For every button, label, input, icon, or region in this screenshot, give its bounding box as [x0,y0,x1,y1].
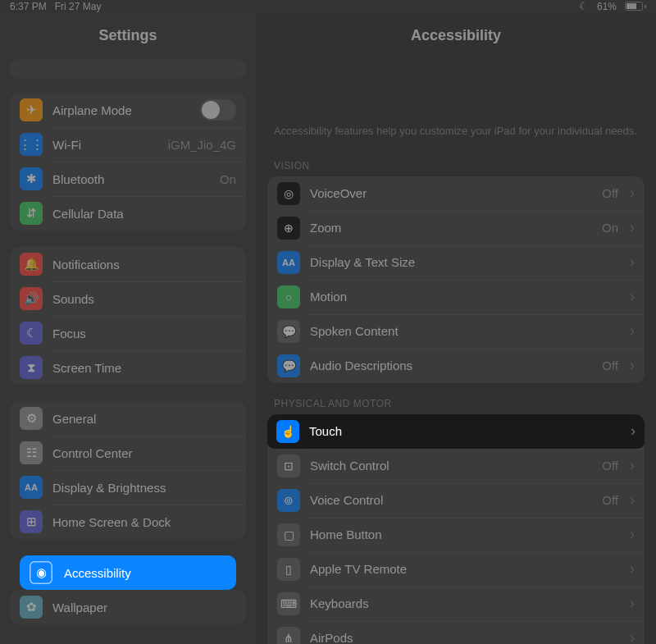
sidebar-item-label: Home Screen & Dock [52,515,236,529]
keyboard-icon: ⌨ [277,592,300,615]
detail-item-voice-control[interactable]: ⊚Voice ControlOff› [267,483,645,518]
sidebar-item-label: Notifications [52,258,236,272]
detail-item-apple-tv-remote[interactable]: ▯Apple TV Remote› [267,552,645,587]
chevron-right-icon: › [630,357,635,374]
chevron-right-icon: › [630,185,635,202]
detail-description: Accessibility features help you customiz… [267,59,645,145]
sidebar-item-label: Accessibility [64,566,226,580]
sidebar-item-airplane-mode[interactable]: ✈Airplane Mode [10,93,246,127]
sidebar-item-accessibility[interactable]: ◉Accessibility [20,555,236,590]
sidebar-item-sounds[interactable]: 🔊Sounds [10,281,246,316]
bubble-icon: 💬 [277,320,300,343]
chevron-right-icon: › [630,219,635,236]
touch-icon: ☝ [276,420,299,443]
sidebar-item-focus[interactable]: ☾Focus [10,316,246,350]
sidebar-item-label: Bluetooth [52,172,210,186]
sidebar-item-wallpaper[interactable]: ✿Wallpaper [10,590,246,624]
detail-item-voiceover[interactable]: ◎VoiceOverOff› [267,176,645,211]
speaker-icon: 🔊 [20,287,43,310]
detail-item-label: Display & Text Size [310,255,618,269]
bluetooth-icon: ✱ [20,167,43,190]
sidebar-item-value: On [220,172,236,186]
sidebar-title: Settings [0,12,256,59]
sidebar-item-label: Focus [52,327,236,340]
detail-item-value: On [602,221,618,235]
sidebar-item-label: General [52,412,236,426]
detail-item-touch[interactable]: ☝Touch› [267,414,645,449]
sidebar-item-home-screen-dock[interactable]: ⊞Home Screen & Dock [10,505,246,539]
detail-item-spoken-content[interactable]: 💬Spoken Content› [267,314,645,349]
sidebar-item-label: Sounds [52,292,236,306]
bubble2-icon: 💬 [277,354,300,377]
accessibility-icon: ◉ [30,561,52,584]
detail-item-label: Audio Descriptions [310,359,592,372]
chevron-right-icon: › [630,491,635,509]
detail-item-keyboards[interactable]: ⌨Keyboards› [267,587,645,621]
detail-item-motion[interactable]: ○Motion› [267,280,645,314]
wifi-icon: ⋮⋮ [20,133,43,156]
detail-item-switch-control[interactable]: ⊡Switch ControlOff› [267,449,645,483]
battery-percent: 61% [597,1,617,12]
sidebar-item-label: Airplane Mode [52,103,190,117]
sidebar-item-screen-time[interactable]: ⧗Screen Time [10,350,246,385]
sidebar-item-label: Cellular Data [52,207,236,221]
detail-item-airpods[interactable]: ⋔AirPods› [267,621,645,644]
section-header-physical-and-motor: PHYSICAL AND MOTOR [267,383,645,414]
status-date: Fri 27 May [55,1,102,12]
chevron-right-icon: › [630,457,635,474]
chevron-right-icon: › [630,595,635,612]
status-time: 6:37 PM [10,1,47,12]
bell-icon: 🔔 [20,253,43,276]
sidebar-item-notifications[interactable]: 🔔Notifications [10,247,246,281]
motion-icon: ○ [277,285,300,308]
detail-item-label: Voice Control [310,493,592,507]
sidebar-item-bluetooth[interactable]: ✱BluetoothOn [10,162,246,196]
chevron-right-icon: › [630,322,635,340]
chevron-right-icon: › [630,288,635,305]
aa-icon: AA [20,476,43,499]
detail-item-display-text-size[interactable]: AADisplay & Text Size› [267,245,645,280]
voice-icon: ⊚ [277,489,300,512]
sidebar-item-cellular-data[interactable]: ⇵Cellular Data [10,196,246,231]
sidebar-item-label: Display & Brightness [52,481,236,495]
moon-icon: ☾ [20,322,43,345]
sidebar-item-general[interactable]: ⚙General [10,401,246,436]
section-header-vision: VISION [267,145,645,176]
sidebar-item-display-brightness[interactable]: AADisplay & Brightness [10,470,246,505]
sidebar-item-control-center[interactable]: ☷Control Center [10,436,246,470]
chevron-right-icon: › [631,422,636,440]
zoom-icon: ⊕ [277,217,300,240]
detail-item-audio-descriptions[interactable]: 💬Audio DescriptionsOff› [267,349,645,383]
detail-item-label: Zoom [310,221,592,235]
detail-item-label: Keyboards [310,596,618,610]
sidebar-item-label: Screen Time [52,361,236,375]
detail-panel: Accessibility Accessibility features hel… [256,12,656,644]
detail-item-zoom[interactable]: ⊕ZoomOn› [267,211,645,245]
homebtn-icon: ▢ [277,523,300,546]
voiceover-icon: ◎ [277,182,300,205]
detail-item-label: Spoken Content [310,324,618,338]
chevron-right-icon: › [630,629,635,644]
detail-item-value: Off [602,186,618,200]
grid-icon: ⊞ [20,510,43,533]
airplane-icon: ✈ [20,98,43,121]
airplane-mode-toggle[interactable] [200,99,236,121]
detail-item-value: Off [602,459,618,473]
switch-icon: ⊡ [277,454,300,477]
detail-item-label: Home Button [310,528,618,541]
detail-item-home-button[interactable]: ▢Home Button› [267,518,645,552]
profile-card[interactable] [10,59,246,79]
cellular-icon: ⇵ [20,202,43,225]
detail-item-label: Switch Control [310,459,592,473]
detail-item-label: Apple TV Remote [310,562,618,576]
battery-icon [625,2,646,11]
sidebar-item-label: Wi-Fi [52,138,158,152]
detail-item-label: VoiceOver [310,186,592,200]
switches-icon: ☷ [20,441,43,464]
detail-item-value: Off [602,359,618,372]
gear-icon: ⚙ [20,407,43,430]
sidebar-item-wi-fi[interactable]: ⋮⋮Wi-FiiGM_Jio_4G [10,127,246,162]
detail-item-label: AirPods [310,631,618,644]
aa-icon: AA [277,251,300,274]
sidebar-item-value: iGM_Jio_4G [168,138,236,152]
